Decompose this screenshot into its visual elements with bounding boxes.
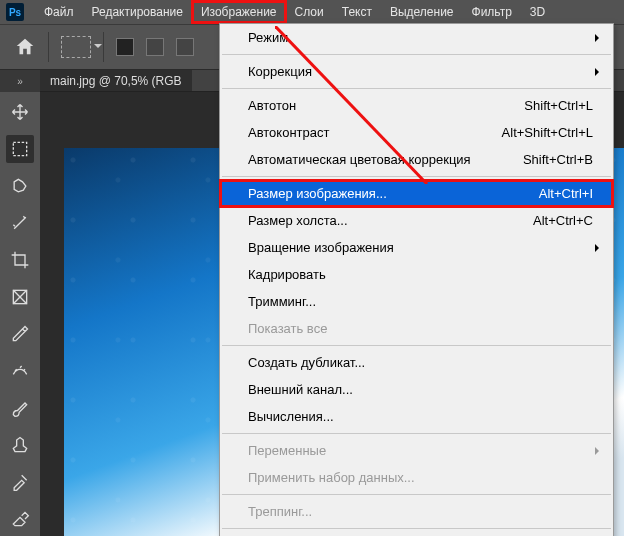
magic-wand-tool[interactable]: [6, 209, 34, 237]
menu-item-label: Автоматическая цветовая коррекция: [248, 152, 471, 167]
menu-image[interactable]: Изображение: [193, 2, 285, 22]
menu-item-режим[interactable]: Режим: [220, 24, 613, 51]
mode-add-selection-icon[interactable]: [146, 38, 164, 56]
doc-tab-gutter: »: [0, 70, 40, 92]
menu-item-label: Создать дубликат...: [248, 355, 365, 370]
menu-edit[interactable]: Редактирование: [84, 2, 191, 22]
menu-item-автотон[interactable]: АвтотонShift+Ctrl+L: [220, 92, 613, 119]
menu-item-accelerator: Alt+Ctrl+C: [533, 213, 593, 228]
menu-separator: [222, 528, 611, 529]
eraser-tool[interactable]: [6, 505, 34, 533]
menu-item-label: Коррекция: [248, 64, 312, 79]
menu-item-кадрировать[interactable]: Кадрировать: [220, 261, 613, 288]
svg-rect-0: [13, 142, 26, 155]
menu-item-треппинг-: Треппинг...: [220, 498, 613, 525]
menu-item-label: Кадрировать: [248, 267, 326, 282]
chevron-right-icon: »: [17, 76, 23, 87]
menu-text[interactable]: Текст: [334, 2, 380, 22]
marquee-tool[interactable]: [6, 135, 34, 163]
menu-select[interactable]: Выделение: [382, 2, 462, 22]
menu-item-accelerator: Alt+Shift+Ctrl+L: [502, 125, 593, 140]
menu-item-внешний-канал-[interactable]: Внешний канал...: [220, 376, 613, 403]
menu-item-автоконтраст[interactable]: АвтоконтрастAlt+Shift+Ctrl+L: [220, 119, 613, 146]
menu-filter[interactable]: Фильтр: [464, 2, 520, 22]
menu-separator: [222, 54, 611, 55]
menu-item-вращение-изображения[interactable]: Вращение изображения: [220, 234, 613, 261]
ps-logo: Ps: [6, 3, 24, 21]
menu-item-применить-набор-данных-: Применить набор данных...: [220, 464, 613, 491]
menu-item-label: Внешний канал...: [248, 382, 353, 397]
menu-item-label: Автоконтраст: [248, 125, 329, 140]
menu-item-label: Вращение изображения: [248, 240, 394, 255]
menu-item-размер-холста-[interactable]: Размер холста...Alt+Ctrl+C: [220, 207, 613, 234]
menu-item-label: Автотон: [248, 98, 296, 113]
menubar: Ps Файл Редактирование Изображение Слои …: [0, 0, 624, 24]
menu-item-label: Размер изображения...: [248, 186, 387, 201]
image-menu-dropdown: РежимКоррекцияАвтотонShift+Ctrl+LАвтокон…: [219, 23, 614, 536]
tools-panel: [0, 92, 40, 536]
history-brush-tool[interactable]: [6, 468, 34, 496]
divider: [48, 32, 49, 62]
menu-item-accelerator: Shift+Ctrl+B: [523, 152, 593, 167]
clone-stamp-tool[interactable]: [6, 431, 34, 459]
document-tab-title: main.jpg @ 70,5% (RGB: [50, 74, 182, 88]
menu-item-label: Вычисления...: [248, 409, 334, 424]
menu-item-показать-все: Показать все: [220, 315, 613, 342]
crop-tool[interactable]: [6, 246, 34, 274]
frame-tool[interactable]: [6, 283, 34, 311]
home-icon[interactable]: [14, 36, 36, 58]
menu-item-размер-изображения-[interactable]: Размер изображения...Alt+Ctrl+I: [220, 180, 613, 207]
selection-preset-dropdown[interactable]: [61, 36, 91, 58]
menu-separator: [222, 176, 611, 177]
menu-item-accelerator: Shift+Ctrl+L: [524, 98, 593, 113]
mode-subtract-selection-icon[interactable]: [176, 38, 194, 56]
menu-item-accelerator: Alt+Ctrl+I: [539, 186, 593, 201]
menu-item-label: Показать все: [248, 321, 327, 336]
menu-item-вычисления-[interactable]: Вычисления...: [220, 403, 613, 430]
mode-new-selection-icon[interactable]: [116, 38, 134, 56]
menu-file[interactable]: Файл: [36, 2, 82, 22]
brush-tool[interactable]: [6, 394, 34, 422]
menu-item-анализ[interactable]: Анализ: [220, 532, 613, 536]
menu-item-label: Треппинг...: [248, 504, 312, 519]
menu-3d[interactable]: 3D: [522, 2, 553, 22]
document-tab[interactable]: main.jpg @ 70,5% (RGB: [40, 70, 192, 91]
menu-separator: [222, 433, 611, 434]
menu-item-переменные: Переменные: [220, 437, 613, 464]
menu-item-label: Применить набор данных...: [248, 470, 415, 485]
menu-layers[interactable]: Слои: [287, 2, 332, 22]
divider: [103, 32, 104, 62]
menu-item-автоматическая-цветовая-коррекция[interactable]: Автоматическая цветовая коррекцияShift+C…: [220, 146, 613, 173]
menu-item-label: Тримминг...: [248, 294, 316, 309]
menu-separator: [222, 494, 611, 495]
menu-item-создать-дубликат-[interactable]: Создать дубликат...: [220, 349, 613, 376]
healing-brush-tool[interactable]: [6, 357, 34, 385]
menu-separator: [222, 88, 611, 89]
menu-item-label: Переменные: [248, 443, 326, 458]
eyedropper-tool[interactable]: [6, 320, 34, 348]
menu-item-label: Режим: [248, 30, 288, 45]
lasso-tool[interactable]: [6, 172, 34, 200]
menu-separator: [222, 345, 611, 346]
move-tool[interactable]: [6, 98, 34, 126]
menu-item-label: Размер холста...: [248, 213, 348, 228]
menu-item-коррекция[interactable]: Коррекция: [220, 58, 613, 85]
menu-item-тримминг-[interactable]: Тримминг...: [220, 288, 613, 315]
